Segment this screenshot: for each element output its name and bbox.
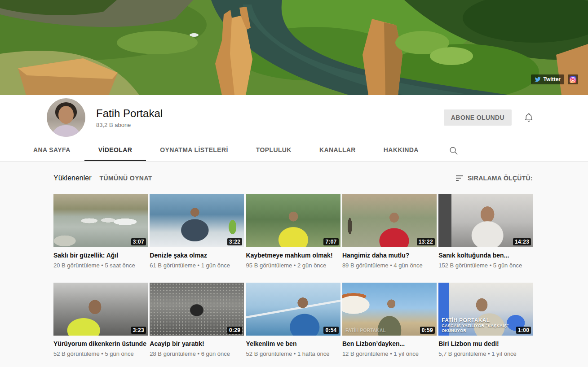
video-meta: 89 B görüntüleme • 4 gün önce	[342, 262, 437, 269]
banner-landscape-art	[0, 0, 588, 95]
tab-hakkinda[interactable]: HAKKINDA	[370, 140, 433, 161]
video-title[interactable]: Yelkenlim ve ben	[246, 340, 340, 348]
play-all-button[interactable]: TÜMÜNÜ OYNAT	[100, 175, 152, 182]
video-card[interactable]: 3:07 Saklı bir güzellik: Ağıl 20 B görün…	[53, 194, 148, 278]
videos-tab-content: Yüklenenler TÜMÜNÜ OYNAT SIRALAMA ÖLÇÜTÜ…	[0, 162, 588, 366]
subscriber-count: 83,2 B abone	[96, 122, 163, 128]
video-meta: 28 B görüntüleme • 6 gün önce	[150, 350, 244, 358]
video-duration-badge: 0:59	[420, 327, 435, 334]
video-thumbnail[interactable]: FATİH PORTAKALCASCAIS YAZILIYOR "KAŞKAIŞ…	[438, 283, 533, 336]
video-thumbnail[interactable]: 7:07	[246, 194, 340, 247]
video-meta: 5,7 B görüntüleme • 1 yıl önce	[438, 350, 533, 358]
video-thumbnail[interactable]: 13:22	[342, 194, 437, 247]
channel-banner: Twitter	[0, 0, 588, 95]
video-card[interactable]: FATİH PORTAKAL 0:59 Ben Lizbon’dayken...…	[342, 283, 437, 366]
video-card[interactable]: 14:23 Sanık koltuğunda ben... 152 B görü…	[438, 194, 533, 278]
tab-kanallar[interactable]: KANALLAR	[305, 140, 370, 161]
video-duration-badge: 7:07	[323, 238, 338, 245]
thumbnail-caption-line: FATİH PORTAKAL	[442, 318, 533, 323]
uploads-section-header: Yüklenenler TÜMÜNÜ OYNAT SIRALAMA ÖLÇÜTÜ…	[53, 162, 533, 194]
thumbnail-caption: FATİH PORTAKAL	[345, 328, 386, 333]
video-title[interactable]: Ben Lizbon’dayken...	[342, 340, 437, 348]
sort-label: SIRALAMA ÖLÇÜTÜ:	[468, 175, 533, 182]
video-thumbnail[interactable]: 0:29	[150, 283, 244, 336]
video-duration-badge: 3:22	[227, 238, 242, 245]
video-title[interactable]: Hangimiz daha mutlu?	[342, 251, 437, 260]
video-thumbnail[interactable]: 3:07	[53, 194, 148, 247]
video-meta: 12 B görüntüleme • 1 yıl önce	[342, 350, 437, 358]
tab-topluluk[interactable]: TOPLULUK	[242, 140, 305, 161]
video-title[interactable]: Acayip bir yaratık!	[150, 340, 244, 348]
video-title[interactable]: Saklı bir güzellik: Ağıl	[53, 251, 148, 260]
channel-name: Fatih Portakal	[96, 107, 163, 120]
video-duration-badge: 14:23	[513, 238, 531, 245]
channel-header: Fatih Portakal 83,2 B abone ABONE OLUNDU	[0, 95, 588, 140]
instagram-icon	[570, 76, 576, 83]
video-meta: 95 B görüntüleme • 2 gün önce	[246, 262, 340, 269]
video-title[interactable]: Kaybetmeye mahkum olmak!	[246, 251, 340, 260]
channel-search-icon[interactable]	[449, 140, 459, 161]
video-duration-badge: 3:07	[131, 238, 146, 245]
thumbnail-caption-line: CASCAIS YAZILIYOR "KAŞKAIŞ" OKUNUYOR	[442, 323, 533, 333]
video-meta: 52 B görüntüleme • 1 hafta önce	[246, 350, 340, 358]
video-meta: 20 B görüntüleme • 5 saat önce	[53, 262, 148, 269]
video-card[interactable]: 13:22 Hangimiz daha mutlu? 89 B görüntül…	[342, 194, 437, 278]
tabs-holder: ANA SAYFAVİDEOLAROYNATMA LİSTELERİTOPLUL…	[19, 140, 433, 161]
sort-control[interactable]: SIRALAMA ÖLÇÜTÜ:	[456, 175, 533, 182]
video-card[interactable]: 0:29 Acayip bir yaratık! 28 B görüntülem…	[150, 283, 244, 366]
video-card[interactable]: 0:54 Yelkenlim ve ben 52 B görüntüleme •…	[246, 283, 340, 366]
video-thumbnail[interactable]: FATİH PORTAKAL 0:59	[342, 283, 437, 336]
video-title[interactable]: Sanık koltuğunda ben...	[438, 251, 533, 260]
banner-social-links: Twitter	[531, 74, 578, 84]
section-title: Yüklenenler	[53, 174, 92, 182]
video-card[interactable]: 3:22 Denizle şaka olmaz 61 B görüntüleme…	[150, 194, 244, 278]
video-duration-badge: 0:54	[323, 327, 338, 334]
video-card[interactable]: FATİH PORTAKALCASCAIS YAZILIYOR "KAŞKAIŞ…	[438, 283, 533, 366]
channel-avatar	[47, 98, 85, 137]
video-title[interactable]: Biri Lizbon mu dedi!	[438, 340, 533, 348]
thumbnail-caption: FATİH PORTAKALCASCAIS YAZILIYOR "KAŞKAIŞ…	[442, 318, 533, 333]
video-meta: 61 B görüntüleme • 1 gün önce	[150, 262, 244, 269]
video-card[interactable]: 7:07 Kaybetmeye mahkum olmak! 95 B görün…	[246, 194, 340, 278]
video-thumbnail[interactable]: 3:23	[53, 283, 148, 336]
video-thumbnail[interactable]: 14:23	[438, 194, 533, 247]
channel-meta: Fatih Portakal 83,2 B abone	[96, 107, 163, 128]
sort-icon	[456, 175, 463, 181]
video-duration-badge: 0:29	[227, 327, 242, 334]
video-thumbnail[interactable]: 0:54	[246, 283, 340, 336]
instagram-link[interactable]	[568, 74, 578, 84]
video-card[interactable]: 3:23 Yürüyorum dikenkerin üstunde 52 B g…	[53, 283, 148, 366]
video-thumbnail[interactable]: 3:22	[150, 194, 244, 247]
tab-ana-sayfa[interactable]: ANA SAYFA	[19, 140, 84, 161]
thumbnail-caption-line: FATİH PORTAKAL	[345, 328, 386, 333]
video-title[interactable]: Denizle şaka olmaz	[150, 251, 244, 260]
video-meta: 152 B görüntüleme • 5 gün önce	[438, 262, 533, 269]
video-meta: 52 B görüntüleme • 5 gün önce	[53, 350, 148, 358]
twitter-link[interactable]: Twitter	[531, 74, 564, 84]
tab-bar: ANA SAYFAVİDEOLAROYNATMA LİSTELERİTOPLUL…	[0, 140, 588, 162]
video-duration-badge: 3:23	[131, 327, 146, 334]
notification-bell-icon[interactable]	[523, 112, 534, 123]
subscribed-button[interactable]: ABONE OLUNDU	[444, 109, 512, 126]
tab-oynatma-listeleri[interactable]: OYNATMA LİSTELERİ	[146, 140, 242, 161]
tab-videolar[interactable]: VİDEOLAR	[84, 140, 146, 161]
video-title[interactable]: Yürüyorum dikenkerin üstunde	[53, 340, 148, 348]
twitter-label: Twitter	[544, 76, 561, 83]
video-grid: 3:07 Saklı bir güzellik: Ağıl 20 B görün…	[53, 194, 533, 366]
video-duration-badge: 13:22	[417, 238, 435, 245]
twitter-bird-icon	[535, 76, 541, 83]
avatar-shirt	[51, 125, 81, 137]
